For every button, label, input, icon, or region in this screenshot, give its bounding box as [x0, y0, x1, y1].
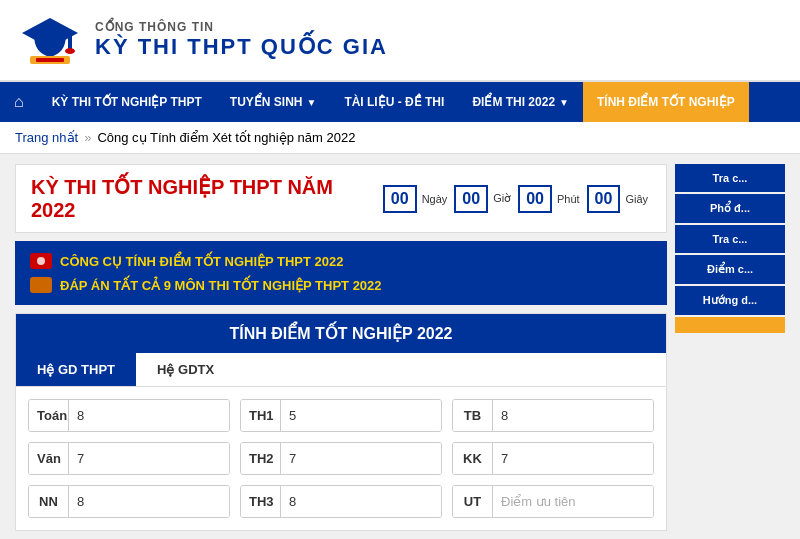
label-nn: NN	[29, 486, 69, 517]
input-th1[interactable]	[281, 400, 442, 431]
field-th3: TH3	[240, 485, 442, 518]
countdown-hours-label: Giờ	[493, 192, 511, 205]
tabs: Hệ GD THPT Hệ GDTX	[16, 353, 666, 387]
tool-link-2[interactable]: ĐÁP ÁN TẤT CẢ 9 MÔN THI TỐT NGHIỆP THPT …	[30, 277, 652, 293]
sidebar-btn-yellow[interactable]	[675, 317, 785, 333]
field-van: Văn	[28, 442, 230, 475]
input-th2[interactable]	[281, 443, 442, 474]
main-content: KỲ THI TỐT NGHIỆP THPT NĂM 2022 00 Ngày …	[0, 154, 800, 539]
sidebar-btn-pho-diem[interactable]: Phổ đ...	[675, 194, 785, 223]
svg-point-2	[65, 48, 75, 54]
input-kk[interactable]	[493, 443, 654, 474]
sidebar: Tra c... Phổ đ... Tra c... Điểm c... Hướ…	[675, 164, 785, 531]
tool-icon-2	[30, 277, 52, 293]
countdown-hours-val: 00	[454, 185, 488, 213]
field-kk: KK	[452, 442, 654, 475]
label-kk: KK	[453, 443, 493, 474]
label-th1: TH1	[241, 400, 281, 431]
countdown-days-label: Ngày	[422, 193, 448, 205]
input-th3[interactable]	[281, 486, 442, 517]
field-toan: Toán	[28, 399, 230, 432]
field-ut: UT	[452, 485, 654, 518]
input-van[interactable]	[69, 443, 230, 474]
field-nn: NN	[28, 485, 230, 518]
main-nav: ⌂ KỲ THI TỐT NGHIỆP THPT TUYỂN SINH ▼ TÀ…	[0, 82, 800, 122]
header-main-title: KỲ THI THPT QUỐC GIA	[95, 34, 388, 60]
nav-tuyen-sinh[interactable]: TUYỂN SINH ▼	[216, 82, 331, 122]
tool-link-1[interactable]: CÔNG CỤ TÍNH ĐIỂM TỐT NGHIỆP THPT 2022	[30, 253, 652, 269]
field-th2: TH2	[240, 442, 442, 475]
label-tb: TB	[453, 400, 493, 431]
nav-home[interactable]: ⌂	[0, 82, 38, 122]
sidebar-btn-huong-dan[interactable]: Hướng d...	[675, 286, 785, 315]
banner: KỲ THI TỐT NGHIỆP THPT NĂM 2022 00 Ngày …	[15, 164, 667, 233]
nav-ky-thi[interactable]: KỲ THI TỐT NGHIỆP THPT	[38, 82, 216, 122]
blue-section: CÔNG CỤ TÍNH ĐIỂM TỐT NGHIỆP THPT 2022 Đ…	[15, 241, 667, 305]
countdown-seconds-val: 00	[587, 185, 621, 213]
sidebar-btn-diem-chuan[interactable]: Điểm c...	[675, 255, 785, 284]
input-nn[interactable]	[69, 486, 230, 517]
fields-grid: Toán TH1 TB Văn TH2	[16, 387, 666, 530]
label-th3: TH3	[241, 486, 281, 517]
label-toan: Toán	[29, 400, 69, 431]
sidebar-btn-tra-cuu-2[interactable]: Tra c...	[675, 225, 785, 253]
label-ut: UT	[453, 486, 493, 517]
calc-header: TÍNH ĐIỂM TỐT NGHIỆP 2022	[16, 314, 666, 353]
header-top-text: CỔNG THÔNG TIN	[95, 20, 388, 34]
breadcrumb-current: Công cụ Tính điểm Xét tốt nghiệp năm 202…	[97, 130, 355, 145]
header: CỔNG THÔNG TIN KỲ THI THPT QUỐC GIA	[0, 0, 800, 82]
header-text: CỔNG THÔNG TIN KỲ THI THPT QUỐC GIA	[95, 20, 388, 60]
banner-title: KỲ THI TỐT NGHIỆP THPT NĂM 2022	[31, 175, 383, 222]
nav-tinh-diem[interactable]: TÍNH ĐIỂM TỐT NGHIỆP	[583, 82, 749, 122]
field-tb: TB	[452, 399, 654, 432]
svg-point-5	[37, 257, 45, 265]
chevron-down-icon-2: ▼	[559, 97, 569, 108]
site-logo	[15, 10, 85, 70]
breadcrumb-home[interactable]: Trang nhất	[15, 130, 78, 145]
content-area: KỲ THI TỐT NGHIỆP THPT NĂM 2022 00 Ngày …	[15, 164, 667, 531]
tab-hegdtx[interactable]: Hệ GDTX	[136, 353, 235, 386]
countdown-minutes-val: 00	[518, 185, 552, 213]
tool-icon-1	[30, 253, 52, 269]
tab-hegd-thpt[interactable]: Hệ GD THPT	[16, 353, 136, 386]
input-ut[interactable]	[493, 486, 654, 517]
chevron-down-icon: ▼	[306, 97, 316, 108]
countdown-minutes-label: Phút	[557, 193, 580, 205]
countdown-days-val: 00	[383, 185, 417, 213]
label-van: Văn	[29, 443, 69, 474]
nav-diem-thi[interactable]: ĐIỂM THI 2022 ▼	[458, 82, 583, 122]
field-th1: TH1	[240, 399, 442, 432]
nav-tai-lieu[interactable]: TÀI LIỆU - ĐỀ THI	[330, 82, 458, 122]
sidebar-btn-tra-cuu-1[interactable]: Tra c...	[675, 164, 785, 192]
svg-rect-4	[36, 58, 64, 62]
breadcrumb-separator: »	[84, 130, 91, 145]
countdown: 00 Ngày 00 Giờ 00 Phút 00 Giây	[383, 185, 651, 213]
label-th2: TH2	[241, 443, 281, 474]
countdown-seconds-label: Giây	[625, 193, 648, 205]
breadcrumb: Trang nhất » Công cụ Tính điểm Xét tốt n…	[0, 122, 800, 154]
input-tb[interactable]	[493, 400, 654, 431]
input-toan[interactable]	[69, 400, 230, 431]
calculator-section: TÍNH ĐIỂM TỐT NGHIỆP 2022 Hệ GD THPT Hệ …	[15, 313, 667, 531]
